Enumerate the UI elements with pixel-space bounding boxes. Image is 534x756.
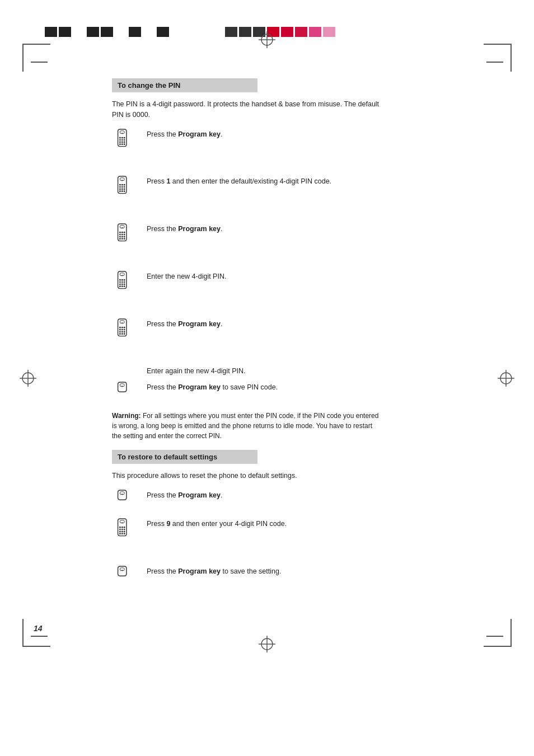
corner-bracket-tr bbox=[484, 44, 512, 72]
svg-point-74 bbox=[121, 328, 123, 330]
svg-point-19 bbox=[124, 139, 125, 140]
svg-point-92 bbox=[121, 529, 123, 530]
svg-point-24 bbox=[121, 143, 123, 145]
svg-point-14 bbox=[119, 137, 121, 138]
step-text-7: Press the Program key to save PIN code. bbox=[147, 381, 278, 393]
svg-point-33 bbox=[124, 186, 125, 188]
svg-point-51 bbox=[119, 238, 121, 240]
svg-point-65 bbox=[119, 285, 121, 287]
svg-point-53 bbox=[124, 238, 125, 240]
step-text-6: Enter again the new 4-digit PIN. bbox=[147, 365, 246, 377]
svg-point-89 bbox=[121, 527, 123, 528]
svg-point-28 bbox=[119, 184, 121, 186]
corner-bracket-tl bbox=[22, 44, 50, 72]
svg-point-75 bbox=[124, 328, 125, 330]
svg-point-20 bbox=[119, 141, 121, 143]
svg-text:✦: ✦ bbox=[121, 385, 123, 388]
intro-text-restore: This procedure allows to reset the phone… bbox=[112, 471, 381, 481]
svg-point-35 bbox=[121, 189, 123, 190]
svg-point-43 bbox=[121, 232, 123, 233]
svg-point-72 bbox=[124, 327, 125, 328]
step-row-2: ✦ Press 1 and then enter the default/exi… bbox=[112, 175, 478, 218]
svg-point-59 bbox=[119, 281, 121, 283]
step-row-7: ✦ Press the Program key to save PIN code… bbox=[112, 381, 478, 405]
svg-text:✦: ✦ bbox=[121, 227, 123, 229]
corner-bracket-bl bbox=[22, 619, 50, 647]
svg-point-62 bbox=[119, 283, 121, 285]
step-row-3: ✦ Press the Program key. bbox=[112, 223, 478, 266]
svg-point-61 bbox=[124, 281, 125, 283]
step-text-4: Enter the new 4-digit PIN. bbox=[147, 270, 226, 282]
svg-point-30 bbox=[124, 184, 125, 186]
svg-point-95 bbox=[121, 531, 123, 533]
svg-point-44 bbox=[124, 232, 125, 233]
phone-icon-5: ✦ bbox=[112, 318, 140, 361]
svg-point-25 bbox=[124, 143, 125, 145]
restore-phone-icon-2: ✦ bbox=[112, 518, 140, 561]
svg-text:✦: ✦ bbox=[121, 522, 123, 524]
svg-point-76 bbox=[119, 331, 121, 332]
restore-step-text-3: Press the Program key to save the settin… bbox=[147, 565, 281, 577]
svg-point-77 bbox=[121, 331, 123, 332]
section-restore-default: To restore to default settings This proc… bbox=[112, 450, 478, 589]
svg-point-37 bbox=[119, 191, 121, 192]
crosshair-top bbox=[259, 31, 275, 48]
svg-point-17 bbox=[119, 139, 121, 140]
registration-mark-tr bbox=[486, 62, 503, 63]
phone-icon-7: ✦ bbox=[112, 381, 140, 405]
svg-point-31 bbox=[119, 186, 121, 188]
svg-point-48 bbox=[119, 236, 121, 238]
svg-point-94 bbox=[119, 531, 121, 533]
svg-point-66 bbox=[121, 285, 123, 287]
section-change-pin: To change the PIN The PIN is a 4-digit p… bbox=[112, 78, 478, 441]
svg-point-99 bbox=[124, 533, 125, 535]
svg-point-50 bbox=[124, 236, 125, 238]
restore-step-row-2: ✦ Press 9 and then enter your 4-digit PI… bbox=[112, 518, 478, 561]
phone-icon-3: ✦ bbox=[112, 223, 140, 266]
svg-point-80 bbox=[121, 333, 123, 335]
svg-point-45 bbox=[119, 234, 121, 236]
restore-step-text-2: Press 9 and then enter your 4-digit PIN … bbox=[147, 518, 287, 529]
svg-point-97 bbox=[119, 533, 121, 535]
corner-bracket-br bbox=[484, 619, 512, 647]
restore-phone-icon-1: ✦ bbox=[112, 489, 140, 513]
registration-mark-bl bbox=[31, 636, 48, 637]
crosshair-left bbox=[20, 370, 36, 387]
svg-text:✦: ✦ bbox=[121, 493, 123, 496]
main-content: To change the PIN The PIN is a 4-digit p… bbox=[112, 78, 478, 594]
svg-text:✦: ✦ bbox=[121, 179, 123, 182]
svg-point-16 bbox=[124, 137, 125, 138]
step-text-5: Press the Program key. bbox=[147, 318, 223, 330]
svg-point-22 bbox=[124, 141, 125, 143]
step-text-1: Press the Program key. bbox=[147, 128, 223, 140]
svg-point-23 bbox=[119, 143, 121, 145]
svg-text:✦: ✦ bbox=[121, 569, 123, 572]
phone-icon-1: ✦ bbox=[112, 128, 140, 171]
svg-point-67 bbox=[124, 285, 125, 287]
svg-point-60 bbox=[121, 281, 123, 283]
registration-mark-br bbox=[486, 636, 503, 637]
svg-point-15 bbox=[121, 137, 123, 138]
svg-point-18 bbox=[121, 139, 123, 140]
svg-point-64 bbox=[124, 283, 125, 285]
svg-text:✦: ✦ bbox=[121, 274, 123, 276]
section-heading-restore: To restore to default settings bbox=[112, 450, 257, 464]
restore-phone-icon-3: ✦ bbox=[112, 565, 140, 589]
svg-point-32 bbox=[121, 186, 123, 188]
svg-text:✦: ✦ bbox=[121, 132, 123, 134]
svg-point-57 bbox=[121, 279, 123, 281]
svg-point-39 bbox=[124, 191, 125, 192]
svg-point-21 bbox=[121, 141, 123, 143]
restore-step-text-1: Press the Program key. bbox=[147, 489, 223, 501]
intro-text-pin: The PIN is a 4-digit password. It protec… bbox=[112, 99, 381, 120]
svg-point-52 bbox=[121, 238, 123, 240]
svg-point-63 bbox=[121, 283, 123, 285]
step-row-4: ✦ Enter the new 4-digit PIN. bbox=[112, 270, 478, 313]
step-text-3: Press the Program key. bbox=[147, 223, 223, 234]
svg-point-79 bbox=[119, 333, 121, 335]
svg-point-98 bbox=[121, 533, 123, 535]
svg-point-56 bbox=[119, 279, 121, 281]
svg-point-90 bbox=[124, 527, 125, 528]
registration-mark-tl bbox=[31, 62, 48, 63]
warning-text: Warning: For all settings where you must… bbox=[112, 411, 381, 441]
